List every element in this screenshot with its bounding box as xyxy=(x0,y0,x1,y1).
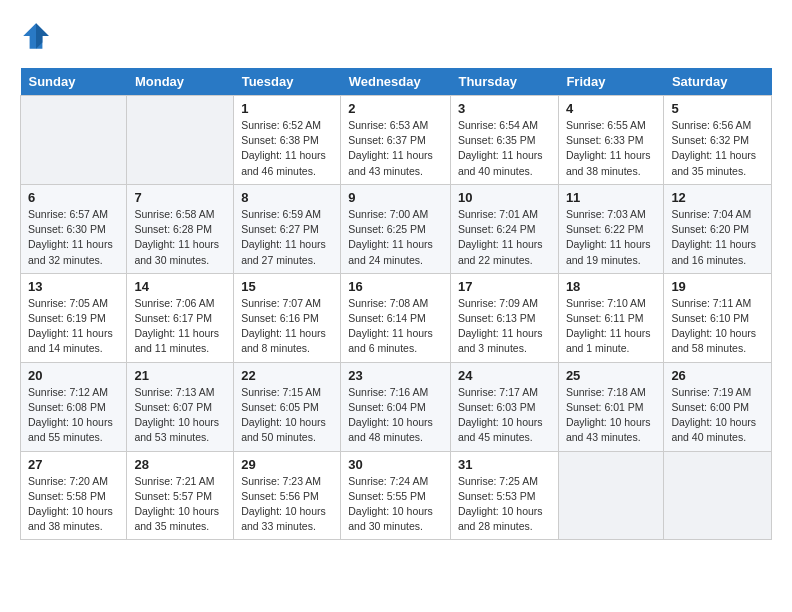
day-info: Sunrise: 6:58 AMSunset: 6:28 PMDaylight:… xyxy=(134,207,226,268)
day-info: Sunrise: 7:04 AMSunset: 6:20 PMDaylight:… xyxy=(671,207,764,268)
calendar-cell: 21Sunrise: 7:13 AMSunset: 6:07 PMDayligh… xyxy=(127,362,234,451)
calendar-week-row: 13Sunrise: 7:05 AMSunset: 6:19 PMDayligh… xyxy=(21,273,772,362)
calendar-cell: 14Sunrise: 7:06 AMSunset: 6:17 PMDayligh… xyxy=(127,273,234,362)
calendar-week-row: 20Sunrise: 7:12 AMSunset: 6:08 PMDayligh… xyxy=(21,362,772,451)
logo-icon xyxy=(20,20,52,52)
calendar-cell: 11Sunrise: 7:03 AMSunset: 6:22 PMDayligh… xyxy=(558,184,664,273)
day-number: 6 xyxy=(28,190,119,205)
calendar-cell: 17Sunrise: 7:09 AMSunset: 6:13 PMDayligh… xyxy=(450,273,558,362)
day-info: Sunrise: 7:21 AMSunset: 5:57 PMDaylight:… xyxy=(134,474,226,535)
day-number: 3 xyxy=(458,101,551,116)
day-number: 25 xyxy=(566,368,657,383)
calendar-cell: 19Sunrise: 7:11 AMSunset: 6:10 PMDayligh… xyxy=(664,273,772,362)
day-info: Sunrise: 6:52 AMSunset: 6:38 PMDaylight:… xyxy=(241,118,333,179)
day-number: 11 xyxy=(566,190,657,205)
header-wednesday: Wednesday xyxy=(341,68,451,96)
day-info: Sunrise: 7:23 AMSunset: 5:56 PMDaylight:… xyxy=(241,474,333,535)
calendar-cell: 29Sunrise: 7:23 AMSunset: 5:56 PMDayligh… xyxy=(234,451,341,540)
day-info: Sunrise: 7:00 AMSunset: 6:25 PMDaylight:… xyxy=(348,207,443,268)
day-info: Sunrise: 7:06 AMSunset: 6:17 PMDaylight:… xyxy=(134,296,226,357)
day-info: Sunrise: 7:24 AMSunset: 5:55 PMDaylight:… xyxy=(348,474,443,535)
day-info: Sunrise: 7:07 AMSunset: 6:16 PMDaylight:… xyxy=(241,296,333,357)
calendar-week-row: 6Sunrise: 6:57 AMSunset: 6:30 PMDaylight… xyxy=(21,184,772,273)
day-number: 13 xyxy=(28,279,119,294)
day-info: Sunrise: 7:01 AMSunset: 6:24 PMDaylight:… xyxy=(458,207,551,268)
calendar-cell: 10Sunrise: 7:01 AMSunset: 6:24 PMDayligh… xyxy=(450,184,558,273)
day-info: Sunrise: 7:08 AMSunset: 6:14 PMDaylight:… xyxy=(348,296,443,357)
header-tuesday: Tuesday xyxy=(234,68,341,96)
day-info: Sunrise: 7:11 AMSunset: 6:10 PMDaylight:… xyxy=(671,296,764,357)
day-info: Sunrise: 7:25 AMSunset: 5:53 PMDaylight:… xyxy=(458,474,551,535)
calendar-header-row: SundayMondayTuesdayWednesdayThursdayFrid… xyxy=(21,68,772,96)
header-saturday: Saturday xyxy=(664,68,772,96)
calendar-cell xyxy=(127,96,234,185)
day-number: 21 xyxy=(134,368,226,383)
calendar-cell: 2Sunrise: 6:53 AMSunset: 6:37 PMDaylight… xyxy=(341,96,451,185)
day-number: 7 xyxy=(134,190,226,205)
calendar-cell: 7Sunrise: 6:58 AMSunset: 6:28 PMDaylight… xyxy=(127,184,234,273)
day-number: 27 xyxy=(28,457,119,472)
day-info: Sunrise: 7:19 AMSunset: 6:00 PMDaylight:… xyxy=(671,385,764,446)
calendar-table: SundayMondayTuesdayWednesdayThursdayFrid… xyxy=(20,68,772,540)
day-number: 12 xyxy=(671,190,764,205)
day-number: 18 xyxy=(566,279,657,294)
day-info: Sunrise: 7:12 AMSunset: 6:08 PMDaylight:… xyxy=(28,385,119,446)
header-friday: Friday xyxy=(558,68,664,96)
day-info: Sunrise: 7:16 AMSunset: 6:04 PMDaylight:… xyxy=(348,385,443,446)
calendar-cell: 24Sunrise: 7:17 AMSunset: 6:03 PMDayligh… xyxy=(450,362,558,451)
day-number: 1 xyxy=(241,101,333,116)
calendar-cell: 22Sunrise: 7:15 AMSunset: 6:05 PMDayligh… xyxy=(234,362,341,451)
day-number: 2 xyxy=(348,101,443,116)
day-info: Sunrise: 7:10 AMSunset: 6:11 PMDaylight:… xyxy=(566,296,657,357)
day-info: Sunrise: 7:03 AMSunset: 6:22 PMDaylight:… xyxy=(566,207,657,268)
day-number: 8 xyxy=(241,190,333,205)
calendar-cell: 25Sunrise: 7:18 AMSunset: 6:01 PMDayligh… xyxy=(558,362,664,451)
calendar-cell: 4Sunrise: 6:55 AMSunset: 6:33 PMDaylight… xyxy=(558,96,664,185)
calendar-cell: 31Sunrise: 7:25 AMSunset: 5:53 PMDayligh… xyxy=(450,451,558,540)
day-info: Sunrise: 6:53 AMSunset: 6:37 PMDaylight:… xyxy=(348,118,443,179)
calendar-cell: 23Sunrise: 7:16 AMSunset: 6:04 PMDayligh… xyxy=(341,362,451,451)
page-header xyxy=(20,20,772,52)
calendar-cell: 26Sunrise: 7:19 AMSunset: 6:00 PMDayligh… xyxy=(664,362,772,451)
calendar-cell xyxy=(664,451,772,540)
day-number: 29 xyxy=(241,457,333,472)
day-number: 31 xyxy=(458,457,551,472)
calendar-week-row: 27Sunrise: 7:20 AMSunset: 5:58 PMDayligh… xyxy=(21,451,772,540)
calendar-cell xyxy=(21,96,127,185)
day-number: 30 xyxy=(348,457,443,472)
calendar-cell: 15Sunrise: 7:07 AMSunset: 6:16 PMDayligh… xyxy=(234,273,341,362)
day-number: 19 xyxy=(671,279,764,294)
header-monday: Monday xyxy=(127,68,234,96)
calendar-cell: 18Sunrise: 7:10 AMSunset: 6:11 PMDayligh… xyxy=(558,273,664,362)
day-number: 14 xyxy=(134,279,226,294)
day-info: Sunrise: 7:17 AMSunset: 6:03 PMDaylight:… xyxy=(458,385,551,446)
day-info: Sunrise: 7:18 AMSunset: 6:01 PMDaylight:… xyxy=(566,385,657,446)
calendar-cell: 8Sunrise: 6:59 AMSunset: 6:27 PMDaylight… xyxy=(234,184,341,273)
day-number: 10 xyxy=(458,190,551,205)
day-number: 22 xyxy=(241,368,333,383)
day-info: Sunrise: 6:59 AMSunset: 6:27 PMDaylight:… xyxy=(241,207,333,268)
calendar-cell: 3Sunrise: 6:54 AMSunset: 6:35 PMDaylight… xyxy=(450,96,558,185)
calendar-cell: 12Sunrise: 7:04 AMSunset: 6:20 PMDayligh… xyxy=(664,184,772,273)
calendar-cell: 16Sunrise: 7:08 AMSunset: 6:14 PMDayligh… xyxy=(341,273,451,362)
calendar-cell: 30Sunrise: 7:24 AMSunset: 5:55 PMDayligh… xyxy=(341,451,451,540)
calendar-cell: 20Sunrise: 7:12 AMSunset: 6:08 PMDayligh… xyxy=(21,362,127,451)
day-number: 4 xyxy=(566,101,657,116)
day-info: Sunrise: 7:05 AMSunset: 6:19 PMDaylight:… xyxy=(28,296,119,357)
calendar-cell: 27Sunrise: 7:20 AMSunset: 5:58 PMDayligh… xyxy=(21,451,127,540)
day-number: 28 xyxy=(134,457,226,472)
day-info: Sunrise: 6:57 AMSunset: 6:30 PMDaylight:… xyxy=(28,207,119,268)
calendar-cell xyxy=(558,451,664,540)
day-number: 5 xyxy=(671,101,764,116)
calendar-cell: 1Sunrise: 6:52 AMSunset: 6:38 PMDaylight… xyxy=(234,96,341,185)
day-info: Sunrise: 6:54 AMSunset: 6:35 PMDaylight:… xyxy=(458,118,551,179)
day-number: 26 xyxy=(671,368,764,383)
day-number: 17 xyxy=(458,279,551,294)
day-number: 24 xyxy=(458,368,551,383)
day-number: 9 xyxy=(348,190,443,205)
day-info: Sunrise: 7:09 AMSunset: 6:13 PMDaylight:… xyxy=(458,296,551,357)
calendar-week-row: 1Sunrise: 6:52 AMSunset: 6:38 PMDaylight… xyxy=(21,96,772,185)
day-info: Sunrise: 6:55 AMSunset: 6:33 PMDaylight:… xyxy=(566,118,657,179)
day-info: Sunrise: 7:20 AMSunset: 5:58 PMDaylight:… xyxy=(28,474,119,535)
calendar-cell: 6Sunrise: 6:57 AMSunset: 6:30 PMDaylight… xyxy=(21,184,127,273)
